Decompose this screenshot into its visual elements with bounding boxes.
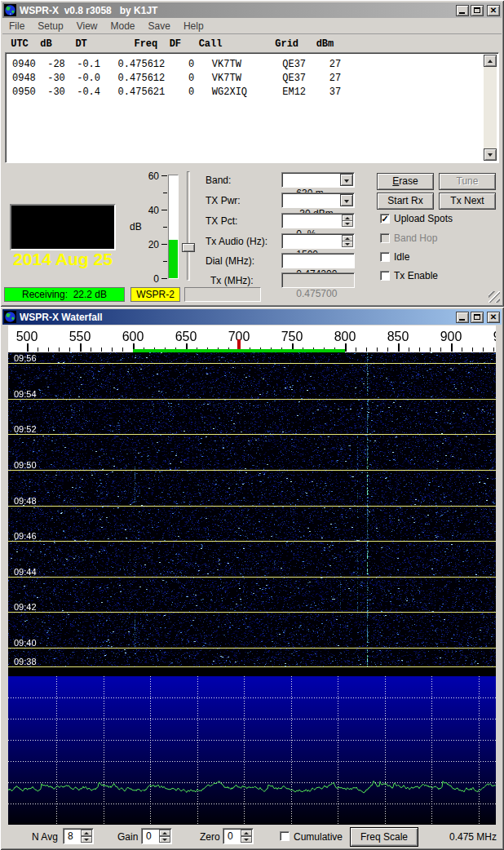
arrow-up-icon [345, 217, 350, 219]
navg-label: N Avg [32, 831, 58, 843]
meter-slider-thumb[interactable] [182, 243, 195, 252]
navg-spinner[interactable]: 8 [63, 828, 94, 844]
arrow-up-icon [345, 237, 350, 240]
tx-next-button[interactable]: Tx Next [439, 193, 496, 210]
arrow-down-icon [84, 839, 89, 841]
menu-file[interactable]: File [2, 19, 31, 32]
txpct-spin-buttons [342, 215, 353, 227]
signal-meter-fill [169, 240, 178, 278]
wsprx-main-window: WSPR-X v0.8 r3058 by K1JT ✕ FileSetupVie… [0, 0, 504, 307]
spin-down-button[interactable] [159, 836, 170, 843]
spots-table-header: UTC dB DT Freq DF Call Grid dBm [5, 38, 334, 51]
waterfall-window-title: WSPR-X Waterfall [20, 312, 454, 323]
frequency-scale [8, 325, 496, 352]
scroll-up-button[interactable] [484, 55, 497, 67]
idle-label: Idle [394, 251, 409, 263]
maximize-button[interactable] [471, 5, 484, 16]
arrow-down-icon [345, 243, 350, 246]
signal-meter [168, 175, 179, 279]
arrow-down-icon [345, 223, 350, 225]
spin-up-button[interactable] [241, 830, 252, 836]
meter-tick-40: 40 [144, 205, 159, 216]
arrow-down-icon [162, 839, 167, 841]
band-label: Band: [206, 175, 231, 186]
menu-bar: FileSetupViewModeSaveHelp [2, 19, 502, 34]
close-button[interactable]: ✕ [487, 5, 500, 16]
arrow-up-icon [162, 832, 167, 835]
navg-value: 8 [68, 830, 73, 842]
zero-label: Zero [200, 831, 220, 843]
zero-spinner[interactable]: 0 [223, 828, 254, 844]
dropdown-arrow-icon [344, 179, 349, 183]
meter-tick-0: 0 [149, 273, 159, 285]
band-dropdown-button[interactable] [340, 174, 353, 186]
tx-enable-checkbox[interactable] [380, 271, 390, 281]
menu-help[interactable]: Help [177, 19, 210, 32]
cumulative-checkbox[interactable] [280, 831, 290, 841]
scroll-down-button[interactable] [484, 148, 497, 161]
meter-unit-label: dB [130, 221, 142, 232]
app-globe-icon [4, 311, 16, 323]
navg-spin-buttons [81, 830, 92, 843]
band-select[interactable]: 630 m [281, 172, 355, 188]
spin-up-button[interactable] [159, 830, 170, 836]
freq-scale-button[interactable]: Freq Scale [350, 827, 418, 847]
app-globe-icon [4, 4, 16, 16]
main-window-title: WSPR-X v0.8 r3058 by K1JT [20, 5, 454, 16]
meter-slider-track[interactable] [187, 171, 190, 281]
band-hop-checkbox [380, 233, 390, 243]
zero-spin-buttons [241, 830, 252, 843]
arrow-down-icon [488, 153, 493, 157]
waterfall-display-area [8, 352, 496, 825]
txpwr-select[interactable]: -30 dBm [281, 193, 355, 208]
menu-save[interactable]: Save [142, 19, 177, 32]
idle-checkbox[interactable] [380, 252, 390, 262]
freq-readout: 0.475 MHz [449, 831, 497, 843]
menu-view[interactable]: View [70, 19, 104, 32]
tx-freq-label: Tx (MHz): [210, 275, 254, 286]
start-rx-button[interactable]: Start Rx [377, 193, 434, 210]
close-button[interactable]: ✕ [487, 312, 500, 323]
txaudio-spin-buttons [342, 235, 353, 247]
upload-spots-checkbox[interactable]: ✓ [380, 214, 390, 224]
meter-tick-20: 20 [144, 239, 159, 250]
status-spare-panel [184, 287, 261, 302]
txaudio-label: Tx Audio (Hz): [206, 236, 267, 247]
minimize-button[interactable] [456, 312, 469, 323]
dial-input[interactable]: 0.474200 [281, 253, 355, 268]
arrow-up-icon [84, 832, 89, 835]
band-hop-label: Band Hop [394, 232, 437, 244]
spin-down-button[interactable] [342, 241, 353, 247]
spin-down-button[interactable] [241, 836, 252, 843]
spots-scrollbar[interactable] [484, 55, 497, 161]
menu-setup[interactable]: Setup [31, 19, 69, 32]
waterfall-canvas [8, 352, 496, 667]
erase-button[interactable]: Erase [377, 173, 434, 190]
tune-button: Tune [439, 173, 496, 190]
cumulative-label: Cumulative [294, 831, 343, 843]
txpct-label: TX Pct: [206, 215, 237, 227]
spots-list[interactable]: 0940 -28 -0.1 0.475612 0 VK7TW QE37 27 0… [5, 52, 499, 163]
waterfall-titlebar[interactable]: WSPR-X Waterfall ✕ [2, 309, 502, 325]
tx-enable-label: Tx Enable [394, 270, 438, 281]
gain-label: Gain [117, 831, 138, 843]
spin-down-button[interactable] [81, 836, 92, 843]
txpwr-dropdown-button[interactable] [340, 194, 353, 206]
txpwr-label: TX Pwr: [206, 195, 241, 206]
main-titlebar[interactable]: WSPR-X v0.8 r3058 by K1JT ✕ [2, 2, 502, 18]
gain-spinner[interactable]: 0 [141, 828, 172, 844]
tx-freq-value: 0.475700 [296, 288, 337, 299]
dropdown-arrow-icon [344, 200, 349, 203]
spin-down-button[interactable] [342, 220, 353, 227]
txpct-spinner[interactable]: 0 % [281, 213, 355, 228]
gain-value: 0 [146, 830, 152, 842]
spectrum-graph-canvas [8, 676, 496, 825]
resize-grip[interactable] [489, 291, 500, 303]
txaudio-spinner[interactable]: 1500 [281, 233, 355, 249]
tx-freq-input: 0.475700 [281, 272, 355, 288]
maximize-button[interactable] [471, 312, 484, 323]
spin-up-button[interactable] [81, 830, 92, 836]
menu-mode[interactable]: Mode [104, 19, 142, 32]
minimize-button[interactable] [456, 5, 469, 16]
arrow-up-icon [244, 832, 249, 835]
